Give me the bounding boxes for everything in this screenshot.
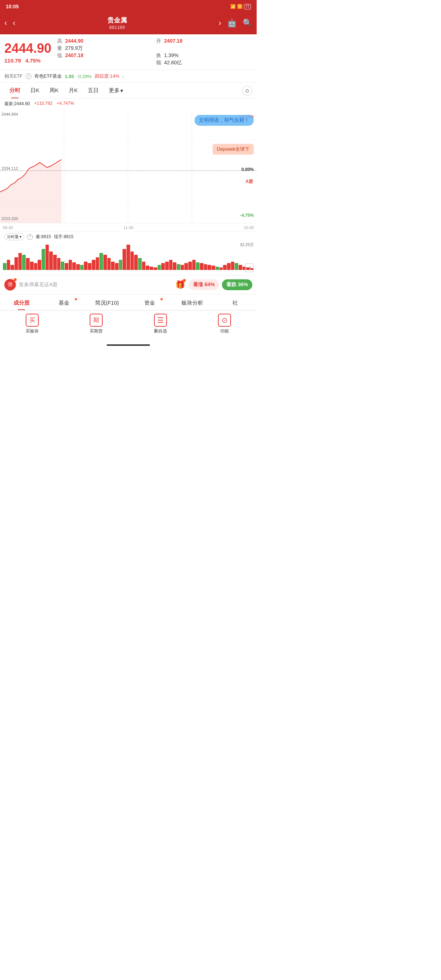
etf-bar[interactable]: 相关ETF ? 有色ETF基金 1.05 -0.29% 跟踪度:14% › bbox=[0, 70, 256, 83]
header-right-nav: › 🤖 🔍 bbox=[219, 18, 252, 28]
volume-bar bbox=[18, 253, 22, 270]
volume-bar bbox=[65, 263, 68, 270]
bullish-button[interactable]: 看涨 64% bbox=[189, 279, 219, 290]
footer-buy-futures[interactable]: 期 买期货 bbox=[64, 313, 129, 334]
prev-button[interactable]: ‹ bbox=[13, 18, 15, 28]
etf-help-icon[interactable]: ? bbox=[25, 73, 32, 79]
low-label: 低 bbox=[57, 52, 62, 59]
volume-bar bbox=[150, 267, 153, 270]
volume-label: 量 bbox=[57, 45, 62, 52]
volume-bar bbox=[76, 264, 80, 270]
tab-constituent-stocks[interactable]: 成分股 bbox=[0, 298, 43, 309]
volume-max-label: 32.25万 bbox=[240, 242, 254, 248]
volume-bar bbox=[115, 263, 119, 270]
volume-bar bbox=[68, 260, 72, 270]
wifi-icon: 🛜 bbox=[237, 4, 242, 9]
price-high-label: 2444.904 bbox=[2, 112, 18, 116]
price-change-pct: 4.75% bbox=[25, 57, 41, 64]
chart-time-bar: 09:30 11:30 15:00 bbox=[0, 223, 256, 232]
bearish-button[interactable]: 看跌 36% bbox=[222, 279, 252, 290]
expand-button[interactable]: ⤢ bbox=[245, 263, 254, 272]
tab-social[interactable]: 社 bbox=[214, 298, 256, 309]
open-value: 2407.18 bbox=[164, 38, 252, 45]
pct-low-label: -4.75% bbox=[240, 213, 254, 218]
volume-help-icon[interactable]: ? bbox=[27, 234, 33, 240]
current-val-label: 现手:8915 bbox=[54, 234, 73, 240]
back-button[interactable]: ‹ bbox=[4, 18, 7, 28]
etf-track-degree: 跟踪度:14% bbox=[95, 73, 119, 80]
volume-bar bbox=[22, 255, 25, 270]
footer-buy-sector[interactable]: 买 买板块 bbox=[0, 313, 64, 334]
volume-bar bbox=[223, 265, 227, 270]
volume-bar bbox=[49, 251, 53, 270]
footer-function[interactable]: ⊙ 功能 bbox=[193, 313, 257, 334]
tab-yuek[interactable]: 月K bbox=[64, 83, 83, 98]
volume-bar bbox=[192, 260, 196, 270]
gift-button[interactable]: 🎁 bbox=[174, 279, 186, 291]
volume-bar bbox=[84, 262, 88, 270]
volume-bar bbox=[103, 255, 107, 270]
footer-delete-watchlist[interactable]: ☰ 删自选 bbox=[128, 313, 193, 334]
volume-bar bbox=[111, 262, 115, 270]
volume-bar bbox=[212, 266, 215, 270]
volume-bar bbox=[3, 263, 6, 270]
comment-input-placeholder[interactable]: 发条弹幕见证A股 bbox=[19, 282, 171, 288]
tab-wuri[interactable]: 五日 bbox=[83, 83, 104, 98]
buy-futures-icon: 期 bbox=[90, 313, 103, 327]
tab-overview[interactable]: 简况(F10) bbox=[86, 298, 128, 309]
turnover-label: 换 bbox=[156, 52, 161, 59]
volume-type-selector[interactable]: 分时量 ▾ bbox=[4, 234, 24, 240]
volume-bar bbox=[196, 262, 199, 270]
volume-bar bbox=[169, 260, 173, 270]
next-button[interactable]: › bbox=[219, 18, 221, 28]
etf-label: 相关ETF bbox=[4, 73, 23, 80]
tab-fenshi[interactable]: 分时 bbox=[4, 83, 25, 98]
volume-bar bbox=[131, 251, 134, 270]
price-grid: 高 2444.90 开 2407.18 量 279.9万 低 2407.18 换… bbox=[57, 38, 252, 66]
signal-icon: 📶 bbox=[230, 4, 236, 9]
time-start: 09:30 bbox=[3, 226, 13, 230]
comment-icon[interactable]: 弹 bbox=[4, 279, 16, 291]
tab-zhouk[interactable]: 周K bbox=[45, 83, 64, 98]
amount-value: 42.60亿 bbox=[164, 60, 252, 66]
price-change-row: 110.79 4.75% bbox=[4, 57, 51, 64]
status-time: 10:05 bbox=[6, 3, 19, 10]
volume-bar bbox=[215, 267, 219, 270]
fund-tab-dot bbox=[75, 298, 77, 300]
volume-bar bbox=[138, 258, 142, 270]
tab-more[interactable]: 更多 ▾ bbox=[104, 83, 128, 98]
robot-icon[interactable]: 🤖 bbox=[227, 18, 237, 28]
volume-bar bbox=[158, 265, 161, 270]
buy-sector-label: 买板块 bbox=[25, 328, 39, 334]
delete-watchlist-icon: ☰ bbox=[154, 313, 167, 327]
status-bar: 10:05 📶 🛜 77 bbox=[0, 0, 256, 13]
volume-bar bbox=[38, 260, 41, 270]
volume-bar bbox=[239, 265, 242, 270]
buy-sector-icon: 买 bbox=[25, 313, 39, 327]
tab-fund[interactable]: 基金 bbox=[43, 298, 85, 309]
volume-bar bbox=[119, 260, 123, 270]
camera-button[interactable]: ⊙ bbox=[242, 86, 252, 96]
low-value: 2407.18 bbox=[65, 52, 153, 59]
etf-arrow-icon[interactable]: › bbox=[122, 74, 124, 79]
search-icon[interactable]: 🔍 bbox=[242, 18, 252, 28]
comment-bar: 弹 发条弹幕见证A股 🎁 看涨 64% 看跌 36% bbox=[0, 275, 256, 294]
price-main-row: 2444.90 110.79 4.75% 高 2444.90 开 2407.18… bbox=[4, 38, 252, 66]
volume-bar bbox=[46, 245, 49, 270]
tab-capital[interactable]: 资金 bbox=[128, 298, 171, 309]
price-change: 110.79 bbox=[4, 57, 21, 64]
chevron-down-icon: ▾ bbox=[120, 88, 123, 94]
open-label: 开 bbox=[156, 38, 161, 45]
volume-bar bbox=[165, 262, 169, 270]
chart-latest: 最新:2444.90 bbox=[4, 101, 30, 107]
volume-dropdown-icon: ▾ bbox=[19, 234, 22, 239]
status-icons: 📶 🛜 77 bbox=[230, 4, 251, 10]
volume-bar bbox=[61, 262, 64, 270]
price-low-label: 2223.320 bbox=[2, 216, 18, 221]
volume-area: 分时量 ▾ ? 量:8915 现手:8915 32.25万 ⤢ bbox=[0, 232, 256, 275]
volume-bar bbox=[99, 253, 103, 270]
header-left-nav: ‹ ‹ bbox=[4, 18, 16, 28]
tab-sector-analysis[interactable]: 板块分析 bbox=[171, 298, 213, 309]
tab-rik[interactable]: 日K bbox=[25, 83, 45, 98]
high-value: 2444.90 bbox=[65, 38, 153, 45]
